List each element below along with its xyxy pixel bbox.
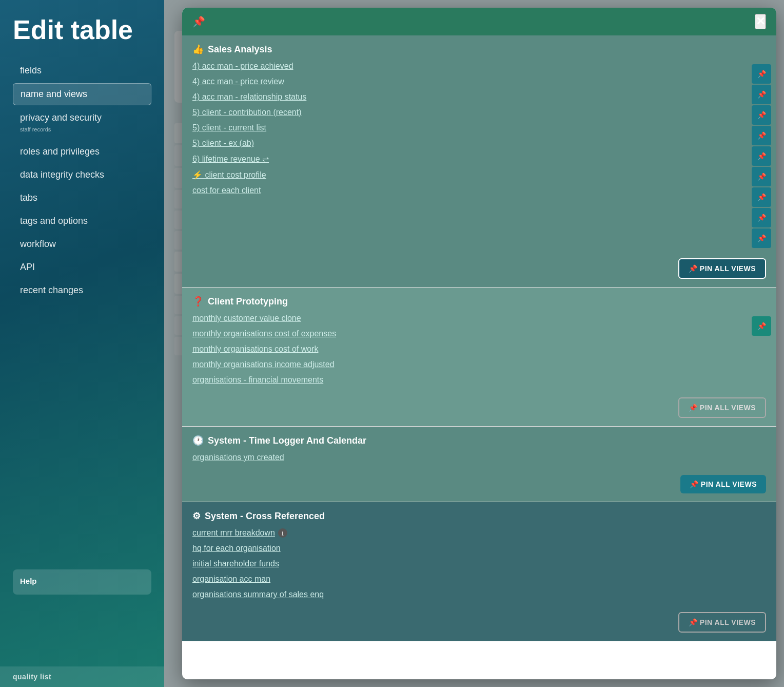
sidebar-item-recent-changes[interactable]: recent changes [13, 280, 151, 301]
sales-items: 4) acc man - price achieved 4) acc man -… [182, 59, 752, 253]
pin-all-views-system1-button[interactable]: 📌 PIN ALL VIEWS [680, 475, 766, 493]
view-link-lifetime-revenue[interactable]: 6) lifetime revenue ⇌ [192, 151, 741, 166]
view-link-current-mrr-breakdown[interactable]: current mrr breakdown i [192, 526, 766, 540]
view-link-client-current-list[interactable]: 5) client - current list [192, 121, 741, 135]
sidebar-item-name-and-views[interactable]: name and views [13, 83, 151, 105]
section-sales-title: Sales Analysis [208, 44, 272, 55]
modal-dialog: 📌 ✕ 👍 Sales Analysis 4) acc man - price … [182, 8, 776, 679]
clock-icon: 🕐 [192, 435, 204, 446]
view-link-acc-man-price-review[interactable]: 4) acc man - price review [192, 74, 741, 89]
view-link-hq-each-organisation[interactable]: hq for each organisation [192, 541, 766, 556]
view-link-acc-man-price-achieved[interactable]: 4) acc man - price achieved [192, 59, 741, 73]
section-system-cross-referenced: ⚙ System - Cross Referenced current mrr … [182, 502, 776, 641]
system1-items: organisations ym created [182, 450, 776, 470]
view-link-client-contribution-recent[interactable]: 5) client - contribution (recent) [192, 105, 741, 120]
sidebar: Edit table fields name and views privacy… [0, 0, 164, 687]
page-title: Edit table [13, 15, 151, 45]
thumbs-up-icon: 👍 [192, 44, 204, 55]
pin-btn-1[interactable]: 📌 [752, 64, 771, 84]
modal-pin-icon: 📌 [192, 15, 205, 28]
help-title: Help [20, 577, 144, 585]
info-icon[interactable]: i [278, 528, 287, 538]
view-link-orgs-summary-sales-enq[interactable]: organisations summary of sales enq [192, 587, 766, 602]
sales-pin-column: 📌 📌 📌 📌 📌 📌 📌 📌 📌 [752, 59, 776, 253]
view-link-acc-man-relationship-status[interactable]: 4) acc man - relationship status [192, 90, 741, 104]
pin-btn-client-single[interactable]: 📌 [752, 316, 771, 336]
section-system-time-logger: 🕐 System - Time Logger And Calendar orga… [182, 427, 776, 502]
modal-header: 📌 ✕ [182, 8, 776, 35]
sidebar-item-api[interactable]: API [13, 257, 151, 278]
pin-btn-6[interactable]: 📌 [752, 167, 771, 186]
section-sales-analysis: 👍 Sales Analysis 4) acc man - price achi… [182, 35, 776, 288]
pin-btn-8[interactable]: 📌 [752, 208, 771, 227]
view-link-organisation-acc-man[interactable]: organisation acc man [192, 572, 766, 586]
section-client-prototyping: ❓ Client Prototyping monthly customer va… [182, 288, 776, 427]
pin-all-views-sales-button[interactable]: 📌 PIN ALL VIEWS [678, 258, 766, 279]
section-system1-title: System - Time Logger And Calendar [208, 435, 366, 446]
sidebar-nav: fields name and views privacy and securi… [13, 60, 151, 301]
pin-all-views-system2-button[interactable]: 📌 PIN ALL VIEWS [678, 612, 766, 633]
view-link-initial-shareholder-funds[interactable]: initial shareholder funds [192, 557, 766, 571]
system2-items: current mrr breakdown i hq for each orga… [182, 526, 776, 607]
view-link-orgs-financial-movements[interactable]: organisations - financial movements [192, 373, 741, 387]
pin-btn-2[interactable]: 📌 [752, 85, 771, 104]
sales-content: 4) acc man - price achieved 4) acc man -… [182, 59, 776, 253]
system1-content: organisations ym created [182, 450, 776, 470]
sidebar-item-privacy-and-security[interactable]: privacy and securitystaff records [13, 107, 151, 139]
close-button[interactable]: ✕ [755, 14, 766, 29]
sidebar-item-tabs[interactable]: tabs [13, 187, 151, 208]
modal-body[interactable]: 👍 Sales Analysis 4) acc man - price achi… [182, 35, 776, 679]
section-system2-header: ⚙ System - Cross Referenced [182, 502, 776, 526]
section-sales-header: 👍 Sales Analysis [182, 35, 776, 59]
help-box: Help [13, 569, 151, 595]
question-icon: ❓ [192, 296, 204, 307]
view-link-client-cost-profile[interactable]: ⚡ client cost profile [192, 167, 741, 182]
view-link-cost-each-client[interactable]: cost for each client [192, 183, 741, 198]
system2-content: current mrr breakdown i hq for each orga… [182, 526, 776, 607]
pin-btn-4[interactable]: 📌 [752, 126, 771, 145]
main-content: 51 roles + TILE 8 roles API views 0 uses… [164, 0, 784, 687]
sidebar-item-data-integrity-checks[interactable]: data integrity checks [13, 164, 151, 185]
pin-btn-3[interactable]: 📌 [752, 105, 771, 125]
sidebar-item-tags-and-options[interactable]: tags and options [13, 211, 151, 232]
pin-btn-7[interactable]: 📌 [752, 187, 771, 207]
client-footer: 📌 PIN ALL VIEWS [182, 392, 776, 426]
sidebar-item-workflow[interactable]: workflow [13, 234, 151, 255]
pin-btn-5[interactable]: 📌 [752, 146, 771, 166]
view-link-client-ex-ab[interactable]: 5) client - ex (ab) [192, 136, 741, 150]
view-link-monthly-orgs-cost-work[interactable]: monthly organisations cost of work [192, 342, 741, 356]
system1-footer: 📌 PIN ALL VIEWS [182, 470, 776, 502]
view-link-monthly-customer-value-clone[interactable]: monthly customer value clone [192, 311, 741, 326]
view-link-monthly-orgs-cost-expenses[interactable]: monthly organisations cost of expenses [192, 327, 741, 341]
section-client-header: ❓ Client Prototyping [182, 288, 776, 311]
gear-icon: ⚙ [192, 510, 201, 522]
modal-overlay: 📌 ✕ 👍 Sales Analysis 4) acc man - price … [164, 0, 784, 687]
section-system2-title: System - Cross Referenced [205, 511, 325, 522]
quality-list: quality list [0, 666, 164, 687]
section-system1-header: 🕐 System - Time Logger And Calendar [182, 427, 776, 450]
sidebar-item-roles-and-privileges[interactable]: roles and privileges [13, 141, 151, 162]
client-pin-single: 📌 [752, 311, 776, 392]
sales-footer: 📌 PIN ALL VIEWS [182, 253, 776, 287]
pin-all-views-client-button[interactable]: 📌 PIN ALL VIEWS [678, 397, 766, 418]
client-items: monthly customer value clone monthly org… [182, 311, 752, 392]
pin-btn-9[interactable]: 📌 [752, 228, 771, 248]
system2-footer: 📌 PIN ALL VIEWS [182, 607, 776, 641]
view-link-monthly-orgs-income-adjusted[interactable]: monthly organisations income adjusted [192, 357, 741, 372]
section-client-title: Client Prototyping [208, 296, 288, 307]
sidebar-item-fields[interactable]: fields [13, 60, 151, 81]
view-link-orgs-ym-created[interactable]: organisations ym created [192, 450, 766, 465]
client-content: monthly customer value clone monthly org… [182, 311, 776, 392]
